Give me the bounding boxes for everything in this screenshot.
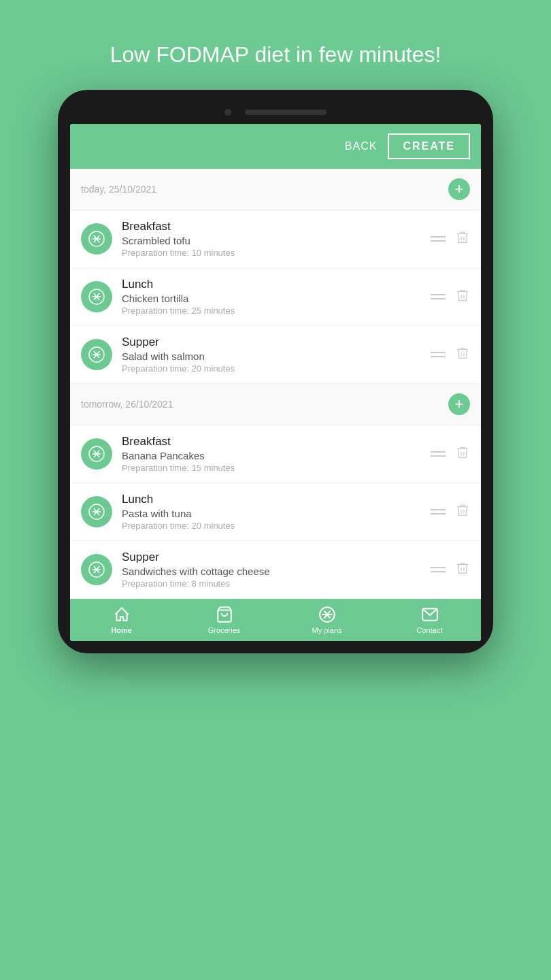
add-day-tomorrow-button[interactable]: +: [448, 393, 470, 415]
nav-label-home: Home: [111, 626, 132, 634]
meal-time: Preparation time: 15 minutes: [122, 463, 421, 473]
meal-info: Supper Sandwiches with cottage cheese Pr…: [122, 551, 421, 589]
camera-dot: [224, 109, 231, 116]
meal-time: Preparation time: 20 minutes: [122, 521, 421, 531]
meal-name: Chicken tortilla: [122, 293, 421, 304]
day-header-today: today, 25/10/2021 +: [70, 169, 481, 210]
drag-handle-icon[interactable]: [431, 451, 446, 457]
nav-label-contact: Contact: [417, 626, 443, 634]
meal-type: Lunch: [122, 493, 421, 506]
meal-actions: [431, 561, 470, 578]
meal-icon: [81, 223, 112, 255]
nav-label-groceries: Groceries: [208, 626, 241, 634]
nav-label-myplans: My plans: [312, 626, 341, 634]
meal-name: Banana Pancakes: [122, 450, 421, 461]
trash-icon[interactable]: [455, 230, 470, 248]
meal-type: Supper: [122, 551, 421, 564]
meal-actions: [431, 288, 470, 306]
meal-actions: [431, 503, 470, 521]
meal-time: Preparation time: 10 minutes: [122, 248, 421, 258]
meal-type: Breakfast: [122, 220, 421, 233]
add-day-today-button[interactable]: +: [448, 178, 470, 200]
app-content: today, 25/10/2021 + Breakfast: [70, 169, 481, 599]
meal-time: Preparation time: 8 minutes: [122, 578, 421, 589]
drag-handle-icon[interactable]: [431, 236, 446, 242]
meal-actions: [431, 445, 470, 463]
day-label-today: today, 25/10/2021: [81, 184, 156, 195]
nav-item-myplans[interactable]: My plans: [276, 599, 378, 641]
meal-item: Lunch Chicken tortilla Preparation time:…: [70, 268, 481, 326]
day-section-today: today, 25/10/2021 + Breakfast: [70, 169, 481, 384]
drag-handle-icon[interactable]: [431, 352, 446, 357]
meal-icon: [81, 339, 112, 370]
trash-icon[interactable]: [455, 445, 470, 463]
trash-icon[interactable]: [455, 503, 470, 521]
phone-wrapper: BACK CREATE today, 25/10/2021 +: [58, 90, 493, 653]
meal-type: Breakfast: [122, 435, 421, 448]
meal-icon: [81, 554, 112, 585]
day-header-tomorrow: tomorrow, 26/10/2021 +: [70, 384, 481, 425]
meal-actions: [431, 230, 470, 248]
meal-icon: [81, 496, 112, 527]
page-title: Low FODMAP diet in few minutes!: [83, 41, 469, 69]
trash-icon[interactable]: [455, 346, 470, 363]
speaker-bar: [245, 110, 327, 115]
nav-item-contact[interactable]: Contact: [378, 599, 481, 641]
meal-item: Breakfast Banana Pancakes Preparation ti…: [70, 425, 481, 483]
meal-info: Lunch Chicken tortilla Preparation time:…: [122, 278, 421, 316]
meal-info: Breakfast Scrambled tofu Preparation tim…: [122, 220, 421, 258]
meal-item: Supper Salad with salmon Preparation tim…: [70, 326, 481, 384]
meal-info: Lunch Pasta with tuna Preparation time: …: [122, 493, 421, 531]
meal-type: Supper: [122, 336, 421, 349]
drag-handle-icon[interactable]: [431, 567, 446, 572]
meal-icon: [81, 438, 112, 470]
trash-icon[interactable]: [455, 288, 470, 306]
meal-time: Preparation time: 20 minutes: [122, 363, 421, 374]
app-header: BACK CREATE: [70, 124, 481, 169]
meal-name: Sandwiches with cottage cheese: [122, 566, 421, 577]
meal-info: Breakfast Banana Pancakes Preparation ti…: [122, 435, 421, 473]
day-label-tomorrow: tomorrow, 26/10/2021: [81, 399, 173, 410]
create-button[interactable]: CREATE: [388, 133, 470, 159]
meal-item: Breakfast Scrambled tofu Preparation tim…: [70, 210, 481, 268]
nav-item-groceries[interactable]: Groceries: [173, 599, 276, 641]
meal-type: Lunch: [122, 278, 421, 291]
trash-icon[interactable]: [455, 561, 470, 578]
meal-actions: [431, 346, 470, 363]
meal-item: Supper Sandwiches with cottage cheese Pr…: [70, 541, 481, 599]
meal-icon: [81, 281, 112, 312]
meal-info: Supper Salad with salmon Preparation tim…: [122, 336, 421, 374]
meal-name: Pasta with tuna: [122, 508, 421, 519]
meal-time: Preparation time: 25 minutes: [122, 306, 421, 316]
drag-handle-icon[interactable]: [431, 294, 446, 299]
nav-item-home[interactable]: Home: [70, 599, 173, 641]
bottom-nav: Home Groceries My plans: [70, 599, 481, 641]
meal-item: Lunch Pasta with tuna Preparation time: …: [70, 483, 481, 541]
day-section-tomorrow: tomorrow, 26/10/2021 + Breakfas: [70, 384, 481, 599]
meal-name: Salad with salmon: [122, 350, 421, 362]
phone-screen: BACK CREATE today, 25/10/2021 +: [70, 124, 481, 641]
drag-handle-icon[interactable]: [431, 509, 446, 514]
meal-name: Scrambled tofu: [122, 235, 421, 246]
back-button[interactable]: BACK: [345, 140, 378, 152]
